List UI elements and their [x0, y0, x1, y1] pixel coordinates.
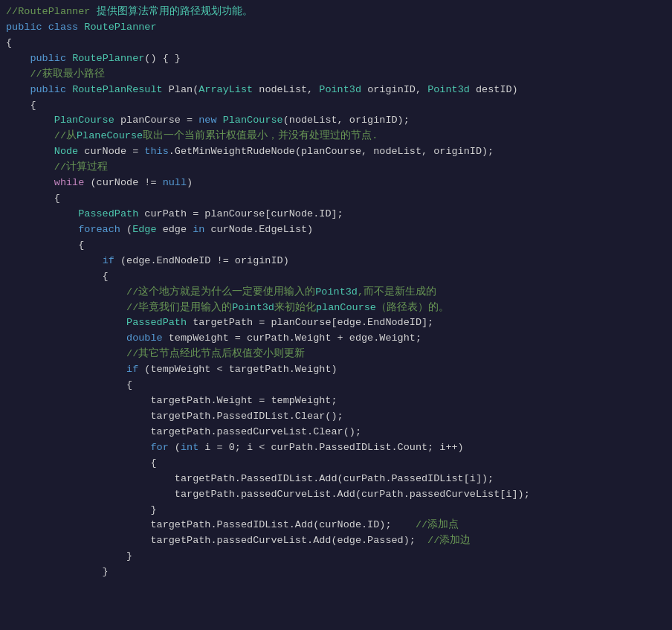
line-36: }	[0, 503, 672, 518]
line-22: double tempWeight = curPath.Weight + edg…	[0, 331, 672, 347]
line-19: //这个地方就是为什么一定要使用输入的Point3d,而不是新生成的	[0, 285, 672, 300]
line-39: }	[0, 549, 672, 565]
line-40: }	[0, 565, 672, 580]
line-14: PassedPath curPath = planCourse[curNode.…	[0, 207, 672, 222]
line-37: targetPath.PassedIDList.Add(curNode.ID);…	[0, 518, 672, 533]
line-33: {	[0, 456, 672, 472]
line-7: {	[0, 98, 672, 114]
line-10: Node curNode = this.GetMinWeightRudeNode…	[0, 144, 672, 160]
code-editor: //RoutePlanner 提供图算法常用的路径规划功能。 public cl…	[0, 0, 672, 585]
line-13: {	[0, 191, 672, 207]
line-29: targetPath.passedCurveList.Clear();	[0, 425, 672, 440]
line-24: //其它节点经此节点后权值变小则更新	[0, 347, 672, 362]
line-5: //获取最小路径	[0, 67, 672, 83]
line-25: if (tempWeight < targetPath.Weight)	[0, 362, 672, 378]
line-28: targetPath.PassedIDList.Clear();	[0, 409, 672, 425]
line-20: //毕竟我们是用输入的Point3d来初始化planCourse（路径表）的。	[0, 300, 672, 316]
line-4: public RoutePlanner() { }	[0, 51, 672, 67]
line-3: {	[0, 36, 672, 51]
line-34: targetPath.PassedIDList.Add(curPath.Pass…	[0, 472, 672, 487]
line-12: while (curNode != null)	[0, 176, 672, 191]
line-8: PlanCourse planCourse = new PlanCourse(n…	[0, 113, 672, 129]
line-35: targetPath.passedCurveList.Add(curPath.p…	[0, 487, 672, 503]
line-2: public class RoutePlanner	[0, 20, 672, 36]
line-16: {	[0, 238, 672, 254]
line-15: foreach (Edge edge in curNode.EdgeList)	[0, 222, 672, 238]
line-1: //RoutePlanner 提供图算法常用的路径规划功能。	[0, 4, 672, 20]
line-6: public RoutePlanResult Plan(ArrayList no…	[0, 83, 672, 98]
line-21: PassedPath targetPath = planCourse[edge.…	[0, 315, 672, 331]
line-18: {	[0, 269, 672, 285]
line-38: targetPath.passedCurveList.Add(edge.Pass…	[0, 533, 672, 549]
line-11: //计算过程	[0, 160, 672, 176]
line-9: //从PlaneCourse取出一个当前累计权值最小，并没有处理过的节点.	[0, 129, 672, 144]
line-17: if (edge.EndNodeID != originID)	[0, 254, 672, 269]
line-26: {	[0, 378, 672, 393]
line-27: targetPath.Weight = tempWeight;	[0, 393, 672, 409]
line-32: for (int i = 0; i < curPath.PassedIDList…	[0, 440, 672, 456]
